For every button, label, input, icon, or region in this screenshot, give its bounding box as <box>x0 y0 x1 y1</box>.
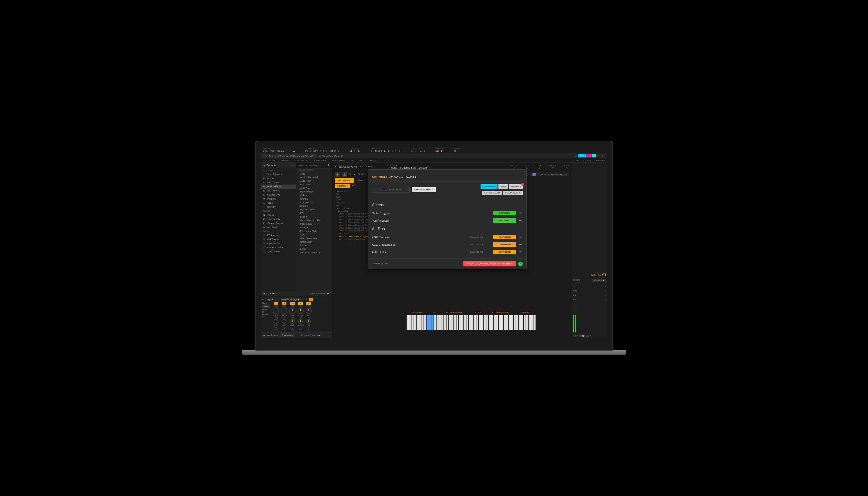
note-row[interactable]: C#O◦ <box>573 289 606 293</box>
piano-key[interactable] <box>424 315 426 330</box>
locator-set-icon[interactable]: ▾ <box>354 150 355 152</box>
user-icon[interactable]: 👤 <box>342 172 347 177</box>
piano-key[interactable] <box>444 315 446 330</box>
fx-item[interactable]: Dynamic Tube <box>296 208 332 212</box>
cat-midi-effects[interactable]: ⊟MIDI Effects <box>261 189 296 193</box>
e-toggle[interactable]: E <box>592 154 596 157</box>
band-number[interactable]: 4 <box>298 302 303 305</box>
piano-key[interactable] <box>416 315 419 330</box>
loop-icon[interactable]: ↻ <box>399 150 401 152</box>
fx-item[interactable]: Compressor <box>296 201 332 204</box>
track-5[interactable]: VIRUS SYNTH <box>332 159 345 161</box>
collapse-icon[interactable]: ◀ <box>263 164 265 167</box>
piano-key[interactable] <box>468 315 471 330</box>
piano-key[interactable] <box>441 315 444 330</box>
track-4[interactable]: 4 ATMO GRP <box>314 159 326 161</box>
cat-samples[interactable]: ⊹Samples <box>261 205 296 209</box>
expand-icon[interactable]: ⤢ <box>291 164 293 167</box>
piano-key[interactable] <box>501 315 503 330</box>
heart-icon[interactable]: ♡ <box>387 166 390 169</box>
band-number[interactable]: 2 <box>282 302 286 305</box>
piano-key[interactable] <box>419 315 421 330</box>
groove-toggle-icon[interactable]: ◀ <box>263 292 265 295</box>
piano-key[interactable] <box>481 315 484 330</box>
piano-key[interactable] <box>436 315 439 330</box>
piano-key[interactable] <box>459 315 461 330</box>
piano-key[interactable] <box>511 315 514 330</box>
piano-key[interactable] <box>456 315 459 330</box>
cat-audio-effects[interactable]: ↯Audio Effects <box>261 185 296 189</box>
piano-key[interactable] <box>409 315 412 330</box>
filter-downloading[interactable]: DOWNLOADING <box>503 191 523 195</box>
freq-knob[interactable] <box>298 308 304 314</box>
return-b[interactable]: B | Delay <box>583 159 591 161</box>
piano-key[interactable] <box>464 315 466 330</box>
env-reenable-icon[interactable]: ▾ <box>424 150 425 152</box>
gain-knob[interactable] <box>274 319 278 324</box>
piano-key[interactable] <box>528 315 531 330</box>
manual-serial-link[interactable]: MANUAL SERIAL <box>372 263 388 265</box>
eq-band[interactable]: 3 Freq 1.0 kHz Gain -3 dB Q 0.71 <box>289 302 295 331</box>
freq-knob[interactable] <box>306 308 312 314</box>
piano-key[interactable] <box>526 315 528 330</box>
piano-key[interactable] <box>476 315 479 330</box>
preset-check-icon[interactable]: ✓ <box>302 298 304 301</box>
band-number[interactable]: 1 <box>274 302 278 305</box>
m-toggle[interactable]: M <box>587 154 591 157</box>
locator-next-icon[interactable]: ▮▸ <box>357 150 360 152</box>
io-toggle[interactable]: I/O <box>573 154 577 157</box>
piano-key[interactable] <box>421 315 424 330</box>
fx-item[interactable]: Auto Pan <box>296 183 332 186</box>
device-enable-icon[interactable]: ● <box>262 298 263 301</box>
more-icon[interactable]: ••• <box>519 212 523 215</box>
reset-button[interactable]: RESET <box>573 279 580 282</box>
piano-key[interactable] <box>473 315 476 330</box>
place-add[interactable]: ⊕Add Folder... <box>261 225 296 229</box>
place-userlib[interactable]: 🗀User Library <box>261 217 296 221</box>
track-6[interactable]: FX <box>351 159 353 161</box>
fx-item[interactable]: Erosion <box>296 215 332 219</box>
pan-knob[interactable]: PAN <box>525 165 529 169</box>
metronome-icon[interactable]: ⦙⦙ <box>286 150 287 153</box>
fav-item[interactable]: ♡EQ Low cut <box>261 233 296 237</box>
more-icon[interactable]: ••• <box>519 219 523 222</box>
cat-drums[interactable]: ⊞Drums <box>261 176 296 181</box>
piano-key[interactable] <box>524 315 526 330</box>
cat-plugins[interactable]: ⊂Plug-ins <box>261 197 296 201</box>
groove-slider[interactable]: ━● <box>327 292 329 295</box>
piano-key[interactable] <box>531 315 533 330</box>
slot-2[interactable]: 2♡World - 3 Duduks A Legato 2 <box>530 172 569 176</box>
metronome2-icon[interactable]: ⦙⦙⦙ <box>289 150 290 153</box>
fx-item[interactable]: Filter Delay <box>296 222 332 226</box>
fx-item[interactable]: Limiter <box>296 244 332 247</box>
piano-key[interactable] <box>414 315 416 330</box>
note-row[interactable]: CD◦ <box>573 285 606 288</box>
position-value[interactable]: 39. 3. 1 <box>374 150 382 152</box>
piano-key[interactable] <box>446 315 449 330</box>
fav-item[interactable]: ♡Operator Sub <box>261 241 296 245</box>
piano-key[interactable] <box>479 315 481 330</box>
tap-button[interactable]: TAP <box>270 150 275 153</box>
env-back-icon[interactable]: ← <box>415 150 417 152</box>
fx-item[interactable]: EQ <box>296 212 332 215</box>
gain-knob[interactable] <box>290 319 295 324</box>
mpitch-knob[interactable]: MPITCH0.00 <box>549 165 556 169</box>
refresh-val[interactable]: 60 <box>262 311 270 313</box>
piano-key[interactable] <box>434 315 436 330</box>
piano-key[interactable] <box>533 315 536 330</box>
download-button[interactable]: DOWNLOAD <box>493 250 516 254</box>
piano-key[interactable] <box>431 315 434 330</box>
note-row[interactable]: D#O◦ <box>573 298 606 301</box>
piano-key[interactable] <box>429 315 431 330</box>
fx-item[interactable]: Cabinet <box>296 193 332 197</box>
sync-purchases-button[interactable]: SYNC PURCHASES <box>412 187 436 192</box>
piano-key[interactable] <box>491 315 494 330</box>
piano-keyboard[interactable]: EXTENDED KB EXTENDED LEGATO GLITCH EXTEN… <box>406 315 536 330</box>
piano-key[interactable] <box>451 315 454 330</box>
edit-icon[interactable]: ✎ <box>349 173 351 175</box>
fx-item[interactable]: Gate <box>296 233 332 236</box>
timesig-select[interactable]: 4 / 4 <box>323 150 327 152</box>
download-button[interactable]: DOWNLOAD <box>493 242 516 247</box>
overdub-icon[interactable]: ○ <box>395 150 396 152</box>
tone-knob[interactable]: TONE <box>536 165 542 169</box>
